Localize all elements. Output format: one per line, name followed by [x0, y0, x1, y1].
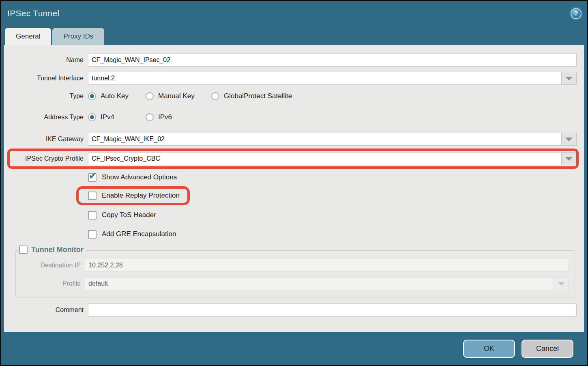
add-gre-encapsulation-label: Add GRE Encapsulation	[102, 230, 176, 238]
general-tab-panel: Name Tunnel Interface Type Auto Key	[4, 45, 584, 332]
chevron-down-icon	[565, 138, 573, 141]
name-label: Name	[8, 56, 88, 64]
enable-replay-protection-label: Enable Replay Protection	[102, 192, 180, 200]
add-gre-encapsulation-row: Add GRE Encapsulation	[8, 229, 577, 239]
chevron-down-icon	[565, 157, 573, 161]
comment-label: Comment	[8, 306, 88, 314]
ike-gateway-label: IKE Gateway	[8, 136, 88, 143]
ipsec-crypto-profile-dropdown-button[interactable]	[562, 152, 577, 165]
ipsec-tunnel-dialog: IPSec Tunnel ? General Proxy IDs Name Tu…	[0, 0, 588, 366]
profile-input	[85, 277, 554, 290]
tunnel-interface-row: Tunnel Interface	[8, 72, 577, 85]
radio-ipv4-label: IPv4	[101, 113, 118, 121]
name-row: Name	[8, 54, 577, 67]
destination-ip-row: Destination IP	[16, 259, 569, 272]
ike-gateway-row: IKE Gateway	[8, 133, 577, 146]
ok-button[interactable]: OK	[463, 340, 515, 358]
dialog-title: IPSec Tunnel	[7, 9, 60, 18]
tab-proxy-ids[interactable]: Proxy IDs	[52, 28, 104, 45]
ike-gateway-dropdown-button[interactable]	[562, 133, 577, 146]
radio-ipv6[interactable]	[146, 113, 154, 121]
tab-general[interactable]: General	[5, 28, 51, 45]
comment-input[interactable]	[88, 304, 577, 316]
address-type-label: Address Type	[8, 114, 88, 121]
ipsec-crypto-profile-input[interactable]	[88, 152, 562, 165]
tunnel-interface-dropdown-button[interactable]	[562, 72, 577, 85]
tunnel-monitor-label: Tunnel Monitor	[31, 245, 84, 254]
copy-tos-header-label: Copy ToS Header	[102, 211, 156, 219]
ipsec-crypto-profile-label: IPSec Crypto Profile	[8, 155, 88, 162]
radio-globalprotect-satellite[interactable]	[211, 92, 219, 100]
question-mark-glyph: ?	[574, 10, 578, 17]
radio-globalprotect-satellite-label: GlobalProtect Satellite	[224, 92, 295, 100]
ipsec-crypto-profile-row: IPSec Crypto Profile	[8, 152, 577, 165]
enable-replay-protection-row: Enable Replay Protection	[8, 191, 577, 200]
ike-gateway-input[interactable]	[88, 133, 562, 146]
profile-row: Profile	[16, 277, 569, 290]
comment-row: Comment	[8, 304, 577, 316]
profile-dropdown-button	[554, 277, 569, 290]
cancel-button[interactable]: Cancel	[521, 340, 573, 358]
profile-label: Profile	[16, 280, 85, 287]
help-icon[interactable]: ?	[571, 8, 582, 19]
type-row: Type Auto Key Manual Key GlobalProtect S…	[8, 91, 577, 101]
radio-manual-key-label: Manual Key	[158, 92, 198, 100]
radio-ipv6-label: IPv6	[158, 113, 175, 121]
tunnel-interface-label: Tunnel Interface	[8, 75, 88, 82]
chevron-down-icon	[558, 282, 565, 286]
destination-ip-label: Destination IP	[16, 262, 85, 269]
copy-tos-header-checkbox[interactable]	[88, 211, 97, 220]
show-advanced-options-row: Show Advanced Options	[8, 172, 577, 182]
enable-replay-protection-checkbox[interactable]	[88, 192, 97, 200]
type-label: Type	[8, 93, 88, 100]
chevron-down-icon	[565, 77, 573, 80]
destination-ip-input	[85, 259, 569, 272]
show-advanced-options-label: Show Advanced Options	[102, 173, 177, 181]
radio-manual-key[interactable]	[146, 92, 154, 100]
tunnel-monitor-checkbox[interactable]	[19, 245, 28, 254]
add-gre-encapsulation-checkbox[interactable]	[88, 230, 97, 239]
radio-auto-key-label: Auto Key	[101, 92, 132, 100]
name-input[interactable]	[88, 54, 577, 67]
show-advanced-options-checkbox[interactable]	[88, 173, 97, 182]
radio-auto-key[interactable]	[88, 92, 96, 100]
address-type-row: Address Type IPv4 IPv6	[8, 112, 577, 122]
dialog-footer: OK Cancel	[1, 332, 587, 365]
dialog-titlebar: IPSec Tunnel ?	[1, 1, 587, 26]
tunnel-monitor-section: Tunnel Monitor Destination IP Profile	[15, 245, 575, 297]
copy-tos-header-row: Copy ToS Header	[8, 210, 577, 220]
radio-ipv4[interactable]	[88, 113, 96, 121]
tunnel-interface-input[interactable]	[88, 72, 562, 85]
tab-bar: General Proxy IDs	[1, 26, 587, 45]
